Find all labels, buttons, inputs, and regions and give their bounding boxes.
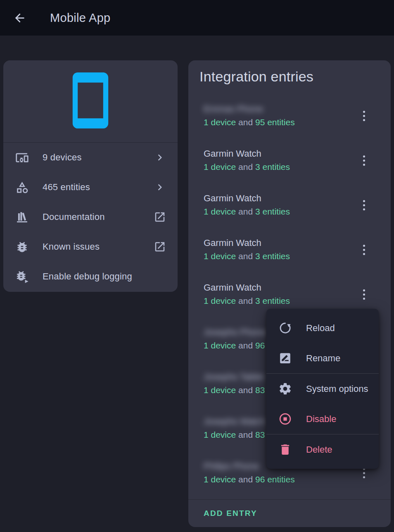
bug-play-icon bbox=[15, 270, 29, 284]
dots-vertical-icon bbox=[363, 289, 365, 300]
entities-link[interactable]: 3 entities bbox=[255, 251, 290, 261]
devices-link[interactable]: 1 device bbox=[204, 117, 236, 127]
entry-row: Garmin Watch 1 device and 3 entities bbox=[188, 231, 391, 276]
devices-link[interactable]: 1 device bbox=[204, 251, 236, 261]
devices-link[interactable]: 1 device bbox=[204, 341, 236, 350]
back-button[interactable] bbox=[13, 11, 26, 25]
arrow-left-icon bbox=[13, 11, 26, 25]
reload-icon bbox=[278, 321, 292, 335]
entities-link[interactable]: 96 entities bbox=[255, 475, 295, 484]
app-header: Mobile App bbox=[0, 0, 394, 36]
menu-item-label: System options bbox=[306, 384, 368, 394]
entry-name-redacted: Philips Phone bbox=[204, 461, 259, 472]
menu-item-delete[interactable]: Delete bbox=[266, 434, 379, 465]
menu-item-label: Reload bbox=[306, 323, 335, 334]
entities-count-label: 465 entities bbox=[43, 182, 90, 193]
devices-icon bbox=[15, 151, 29, 165]
menu-item-reload[interactable]: Reload bbox=[266, 313, 379, 343]
entry-subtitle: 1 device and 3 entities bbox=[204, 162, 290, 172]
entry-menu-button[interactable] bbox=[356, 152, 373, 169]
entries-card-title: Integration entries bbox=[199, 69, 313, 85]
devices-link[interactable]: 1 device bbox=[204, 430, 236, 439]
shapes-icon bbox=[15, 181, 29, 194]
entry-menu-button[interactable] bbox=[356, 107, 373, 124]
entry-name-redacted: Josephs Phone bbox=[204, 327, 266, 338]
devices-link[interactable]: 1 device bbox=[204, 385, 236, 395]
entities-link[interactable]: 3 entities bbox=[255, 162, 290, 172]
entry-name: Garmin Watch bbox=[204, 282, 261, 293]
page-title: Mobile App bbox=[50, 11, 111, 25]
trash-icon bbox=[278, 443, 292, 456]
rename-box-icon bbox=[278, 351, 292, 365]
menu-item-rename[interactable]: Rename bbox=[266, 343, 379, 373]
menu-item-system-options[interactable]: System options bbox=[266, 374, 379, 404]
entry-name-redacted: Emmas Phone bbox=[204, 104, 263, 115]
debug-logging-label: Enable debug logging bbox=[43, 271, 132, 282]
dots-vertical-icon bbox=[363, 468, 365, 478]
integration-info-card: 9 devices 465 entities Documentation bbox=[3, 60, 178, 292]
integration-logo-area bbox=[3, 60, 178, 143]
add-entry-button[interactable]: ADD ENTRY bbox=[204, 500, 257, 527]
info-list: 9 devices 465 entities Documentation bbox=[3, 143, 178, 291]
entry-menu-button[interactable] bbox=[356, 286, 373, 303]
dots-vertical-icon bbox=[363, 155, 365, 166]
info-row-known-issues[interactable]: Known issues bbox=[3, 232, 178, 262]
info-row-entities[interactable]: 465 entities bbox=[3, 172, 178, 202]
entry-subtitle: 1 device and 3 entities bbox=[204, 251, 290, 261]
known-issues-label: Known issues bbox=[43, 241, 100, 252]
devices-link[interactable]: 1 device bbox=[204, 207, 236, 216]
chevron-right-icon bbox=[154, 151, 166, 164]
dots-vertical-icon bbox=[363, 111, 365, 121]
chevron-right-icon bbox=[154, 181, 166, 193]
cellphone-icon bbox=[60, 70, 121, 133]
info-row-devices[interactable]: 9 devices bbox=[3, 143, 178, 172]
menu-item-label: Disable bbox=[306, 414, 336, 425]
cog-icon bbox=[278, 382, 292, 396]
documentation-label: Documentation bbox=[43, 212, 105, 222]
menu-item-label: Rename bbox=[306, 353, 340, 364]
entities-link[interactable]: 3 entities bbox=[255, 296, 290, 305]
entities-link[interactable]: 3 entities bbox=[255, 207, 290, 216]
dots-vertical-icon bbox=[363, 245, 365, 255]
entry-name: Garmin Watch bbox=[204, 238, 261, 248]
dots-vertical-icon bbox=[363, 200, 365, 210]
bug-icon bbox=[15, 240, 29, 254]
devices-link[interactable]: 1 device bbox=[204, 296, 236, 305]
entry-menu-button[interactable] bbox=[356, 197, 373, 214]
open-in-new-icon bbox=[154, 211, 166, 223]
open-in-new-icon bbox=[154, 241, 166, 253]
entry-subtitle: 1 device and 3 entities bbox=[204, 296, 290, 306]
devices-link[interactable]: 1 device bbox=[204, 162, 236, 172]
devices-link[interactable]: 1 device bbox=[204, 475, 236, 484]
entry-name: Garmin Watch bbox=[204, 148, 261, 159]
devices-count-label: 9 devices bbox=[43, 152, 82, 163]
entry-menu-button[interactable] bbox=[356, 241, 373, 258]
entry-subtitle: 1 device and 3 entities bbox=[204, 207, 290, 217]
stop-circle-icon bbox=[278, 412, 292, 426]
bookshelf-icon bbox=[15, 210, 29, 224]
entry-name-redacted: Josephs Tablet bbox=[204, 372, 264, 382]
entities-link[interactable]: 95 entities bbox=[255, 117, 295, 127]
entry-context-menu: Reload Rename System options Disable Del… bbox=[266, 309, 379, 469]
entry-row: Emmas Phone 1 device and 95 entities bbox=[188, 98, 391, 142]
menu-item-label: Delete bbox=[306, 444, 332, 455]
entry-subtitle: 1 device and 95 entities bbox=[204, 117, 295, 127]
info-row-debug-logging[interactable]: Enable debug logging bbox=[3, 262, 178, 291]
entry-name-redacted: Josephs Watch bbox=[204, 416, 266, 427]
entry-row: Garmin Watch 1 device and 3 entities bbox=[188, 187, 391, 231]
entry-subtitle: 1 device and 96 entities bbox=[204, 475, 295, 484]
entry-row: Garmin Watch 1 device and 3 entities bbox=[188, 142, 391, 187]
menu-item-disable[interactable]: Disable bbox=[266, 404, 379, 434]
entry-name: Garmin Watch bbox=[204, 193, 261, 204]
info-row-documentation[interactable]: Documentation bbox=[3, 202, 178, 232]
